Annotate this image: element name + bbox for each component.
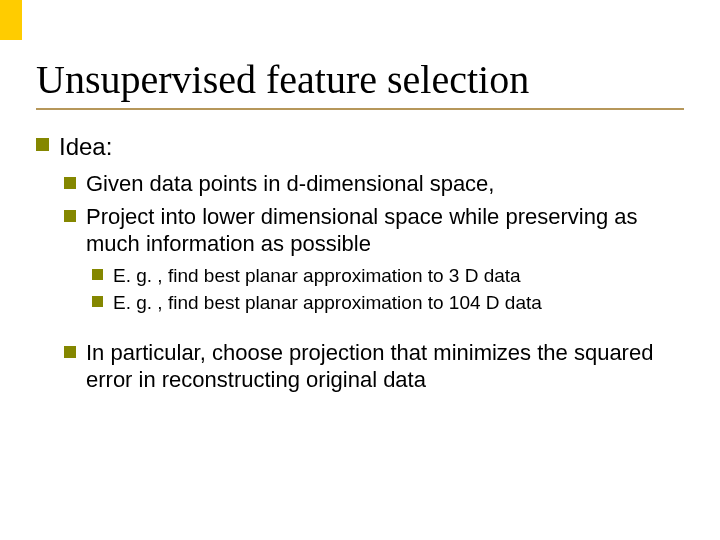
square-bullet-icon (92, 269, 103, 280)
slide-title: Unsupervised feature selection (36, 56, 529, 103)
list-item: Project into lower dimensional space whi… (64, 204, 684, 258)
accent-bar (0, 0, 22, 40)
title-underline (36, 108, 684, 110)
square-bullet-icon (64, 210, 76, 222)
list-item-text: Project into lower dimensional space whi… (86, 204, 684, 258)
square-bullet-icon (64, 177, 76, 189)
list-item: E. g. , find best planar approximation t… (92, 291, 684, 314)
square-bullet-icon (92, 296, 103, 307)
list-item: In particular, choose projection that mi… (64, 340, 684, 394)
list-item-text: Idea: (59, 132, 684, 161)
square-bullet-icon (36, 138, 49, 151)
spacer (36, 318, 684, 340)
list-item-text: Given data points in d-dimensional space… (86, 171, 684, 198)
slide-body: Idea: Given data points in d-dimensional… (36, 132, 684, 400)
square-bullet-icon (64, 346, 76, 358)
list-item-text: E. g. , find best planar approximation t… (113, 291, 684, 314)
list-item-text: In particular, choose projection that mi… (86, 340, 684, 394)
list-item-text: E. g. , find best planar approximation t… (113, 264, 684, 287)
list-item: Idea: (36, 132, 684, 161)
list-item: E. g. , find best planar approximation t… (92, 264, 684, 287)
list-item: Given data points in d-dimensional space… (64, 171, 684, 198)
slide: Unsupervised feature selection Idea: Giv… (0, 0, 720, 540)
